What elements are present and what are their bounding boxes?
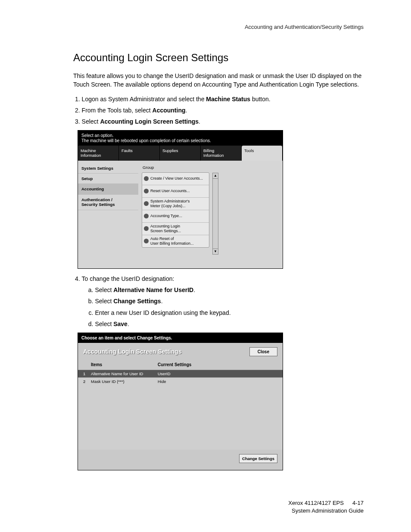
s1-tab-row: Machine Information Faults Supplies Bill… — [78, 146, 283, 161]
steps-list-bottom: To change the UserID designation: Select… — [73, 274, 364, 329]
bullet-icon — [144, 239, 149, 243]
item-sysadmin-meter[interactable]: System Administrator's Meter (Copy Jobs)… — [142, 198, 209, 210]
s2-instruction-bar: Choose an item and select Change Setting… — [78, 333, 283, 343]
step-4b: Select Change Settings. — [95, 296, 364, 306]
intro-paragraph: This feature allows you to change the Us… — [73, 72, 364, 89]
page-footer: Xerox 4112/4127 EPS4-17 System Administr… — [288, 499, 364, 515]
row-mask-userid[interactable]: 2 Mask User ID (***) Hide — [78, 377, 283, 385]
screenshot-tools-accounting: Select an option. The machine will be re… — [78, 130, 283, 269]
step-4a: Select Alternative Name for UserID. — [95, 285, 364, 295]
s2-column-header: Items Current Settings — [78, 361, 283, 370]
tab-supplies[interactable]: Supplies — [160, 146, 201, 161]
step-4d: Select Save. — [95, 319, 364, 329]
s2-panel-title: Accounting Login Screen Settings — [83, 348, 249, 355]
side-setup[interactable]: Setup — [78, 174, 138, 184]
s1-instruction-bar: Select an option. The machine will be re… — [78, 131, 283, 146]
steps-list-top: Logon as System Administrator and select… — [73, 94, 364, 127]
tab-faults[interactable]: Faults — [119, 146, 160, 161]
row-alt-name-userid[interactable]: 1 Alternative Name for User ID UserID — [78, 370, 283, 377]
step-3: Select Accounting Login Screen Settings. — [82, 117, 364, 126]
page-title: Accounting Login Screen Settings — [73, 52, 364, 64]
bullet-icon — [144, 176, 149, 181]
tab-billing-info[interactable]: Billing Information — [201, 146, 242, 161]
group-label: Group — [142, 163, 279, 172]
side-accounting[interactable]: Accounting — [78, 184, 138, 194]
s1-scrollbar[interactable]: ▲ ▼ — [212, 173, 218, 255]
scroll-up-icon[interactable]: ▲ — [212, 173, 218, 179]
s2-empty-area — [78, 385, 283, 450]
tab-machine-info[interactable]: Machine Information — [78, 146, 119, 161]
side-system-settings[interactable]: System Settings — [78, 163, 138, 174]
side-auth-security[interactable]: Authentication / Security Settings — [78, 195, 138, 210]
item-login-screen-settings[interactable]: Accounting Login Screen Settings... — [142, 223, 209, 235]
bullet-icon — [144, 189, 149, 193]
step-4c: Enter a new User ID designation using th… — [95, 308, 364, 317]
change-settings-button[interactable]: Change Settings — [239, 454, 277, 463]
s1-sidebar: System Settings Setup Accounting Authent… — [78, 161, 138, 268]
step-4: To change the UserID designation: Select… — [82, 274, 364, 329]
bullet-icon — [144, 214, 149, 218]
tab-tools[interactable]: Tools — [242, 146, 283, 161]
scroll-track[interactable] — [212, 179, 218, 249]
item-create-view-accounts[interactable]: Create / View User Accounts... — [142, 173, 209, 185]
bullet-icon — [144, 201, 149, 206]
bullet-icon — [144, 226, 149, 231]
screenshot-login-screen-settings: Choose an item and select Change Setting… — [78, 333, 283, 470]
close-button[interactable]: Close — [249, 347, 277, 356]
scroll-down-icon[interactable]: ▼ — [212, 249, 218, 255]
item-accounting-type[interactable]: Accounting Type... — [142, 210, 209, 223]
step-1: Logon as System Administrator and select… — [82, 94, 364, 104]
header-breadcrumb: Accounting and Authentication/Security S… — [73, 24, 364, 30]
item-reset-accounts[interactable]: Reset User Accounts... — [142, 185, 209, 198]
step-2: From the Tools tab, select Accounting. — [82, 106, 364, 115]
s1-group-list: Create / View User Accounts... Reset Use… — [142, 172, 209, 248]
item-auto-reset-billing[interactable]: Auto Reset of User Billing Information..… — [142, 235, 209, 247]
